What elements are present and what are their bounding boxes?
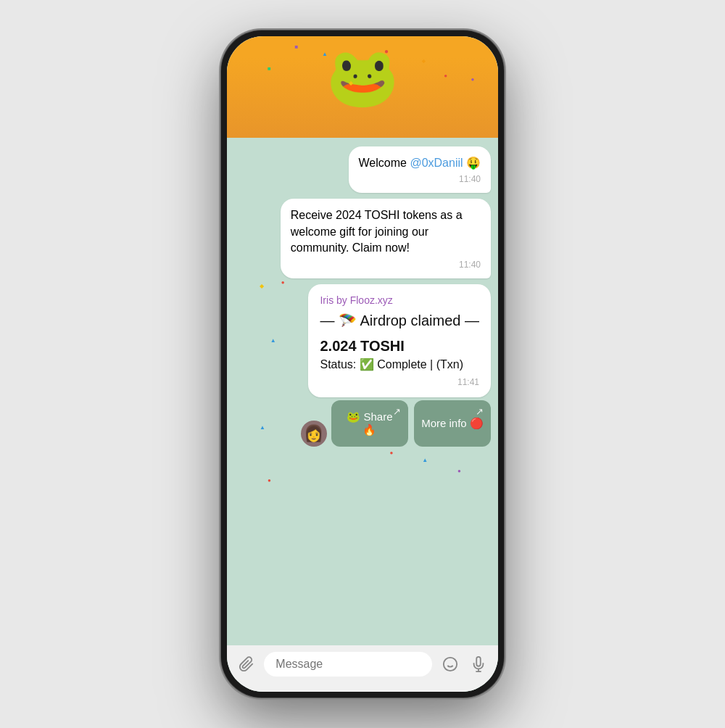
top-image-area: 🐸 ● ■ ▲ ● ■ ◆ ■ ● — [227, 36, 498, 138]
card-sender: Iris by Flooz.xyz — [320, 294, 479, 306]
phone-screen: 🐸 ● ■ ▲ ● ■ ◆ ■ ● ● ◆ ▲ ◆ ▲ ● ■ — [227, 36, 498, 692]
more-info-button[interactable]: More info 🔴 ↗ — [414, 400, 491, 447]
action-buttons: 🐸 Share 🔥 ↗ More info 🔴 ↗ — [331, 400, 491, 447]
chat-background: 🐸 ● ■ ▲ ● ■ ◆ ■ ● ● ◆ ▲ ◆ ▲ ● ■ — [227, 36, 498, 692]
message2-time: 11:40 — [291, 260, 481, 270]
phone-frame: 🐸 ● ■ ▲ ● ■ ◆ ■ ● ● ◆ ▲ ◆ ▲ ● ■ — [221, 30, 504, 698]
username-mention: @0xDaniil — [410, 157, 463, 169]
attach-button[interactable] — [236, 651, 257, 677]
welcome-text: Welcome @0xDaniil 🤑 — [359, 155, 481, 171]
emoji-button[interactable] — [439, 651, 460, 677]
share-label: 🐸 Share 🔥 — [339, 410, 401, 437]
toshi-text: Receive 2024 TOSHI tokens as a welcome g… — [291, 207, 481, 256]
share-arrow-icon: ↗ — [393, 406, 401, 417]
buttons-row: 👩 🐸 Share 🔥 ↗ More info 🔴 ↗ — [301, 403, 491, 447]
message1-time: 11:40 — [359, 174, 481, 184]
airdrop-title: — 🪂 Airdrop claimed — — [320, 312, 479, 329]
share-button[interactable]: 🐸 Share 🔥 ↗ — [331, 400, 408, 447]
message-input[interactable] — [264, 652, 432, 677]
avatar: 👩 — [301, 421, 327, 447]
airdrop-card: Iris by Flooz.xyz — 🪂 Airdrop claimed — … — [308, 284, 491, 397]
status-line: Status: ✅ Complete | (Txn) — [320, 357, 479, 371]
svg-point-0 — [444, 658, 457, 671]
welcome-message: Welcome @0xDaniil 🤑 11:40 — [349, 146, 491, 193]
toshi-amount: 2.024 TOSHI — [320, 338, 479, 355]
card-time: 11:41 — [320, 377, 479, 387]
chat-area: ● ◆ ▲ ◆ ▲ ● ■ ▲ ● ◆ ■ ▲ ● ▲ ● ▲ ● ● — [227, 138, 498, 645]
more-info-arrow-icon: ↗ — [476, 406, 484, 417]
input-bar — [227, 645, 498, 692]
toshi-message: Receive 2024 TOSHI tokens as a welcome g… — [281, 199, 491, 278]
more-info-label: More info 🔴 — [421, 417, 484, 430]
mic-button[interactable] — [468, 651, 489, 677]
